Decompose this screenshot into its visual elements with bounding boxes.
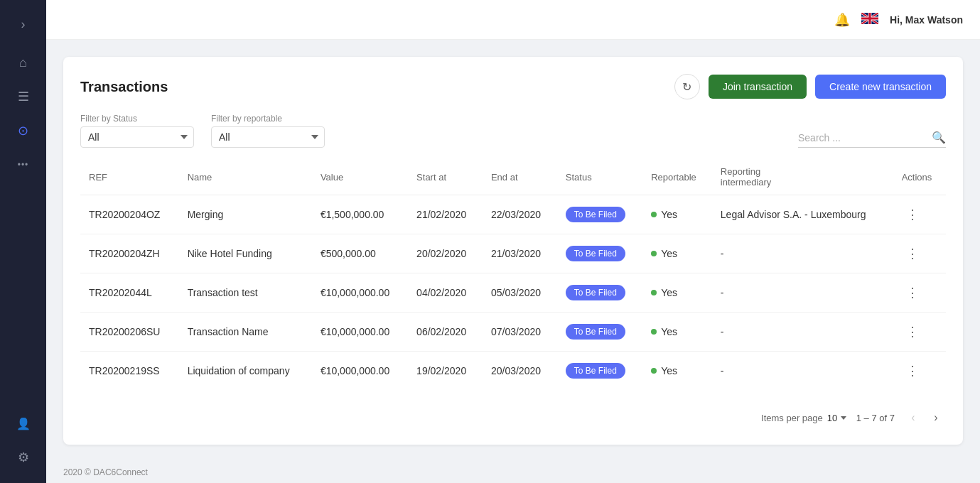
sidebar-item-documents[interactable]: ☰ xyxy=(9,82,38,111)
reportable-dot xyxy=(651,212,657,217)
cell-name: Transaction Name xyxy=(179,313,312,352)
table-row: TR20200219SS Liquidation of company €10,… xyxy=(80,352,946,391)
cell-ref: TR20200219SS xyxy=(80,352,179,391)
items-per-page-label: Items per page xyxy=(761,413,823,423)
cell-ref: TR20202044L xyxy=(80,273,179,313)
footer: 2020 © DAC6Connect xyxy=(46,462,980,483)
notification-icon[interactable]: 🔔 xyxy=(834,12,850,28)
table-row: TR20202044L Transaction test €10,000,000… xyxy=(80,273,946,313)
col-ref: REF xyxy=(80,159,179,195)
cell-ref: TR20200204ZH xyxy=(80,234,179,273)
pagination-row: Items per page 10 25 50 1 – 7 of 7 ‹ › xyxy=(80,396,946,428)
filters-row: Filter by Status All To Be Filed Filed F… xyxy=(80,114,946,148)
home-icon: ⌂ xyxy=(19,55,27,70)
cell-name: Merging xyxy=(179,195,312,234)
row-actions-button[interactable]: ⋮ xyxy=(902,322,923,341)
cell-status: To Be Filed xyxy=(557,273,642,313)
sidebar: › ⌂ ☰ ⊙ ••• 👤 ⚙ xyxy=(0,0,46,483)
reportable-value: Yes xyxy=(651,326,704,337)
table-header-row: REF Name Value Start at End at Status Re… xyxy=(80,159,946,195)
cell-start-at: 06/02/2020 xyxy=(408,313,483,352)
table-row: TR20200206SU Transaction Name €10,000,00… xyxy=(80,313,946,352)
language-flag[interactable] xyxy=(861,13,878,27)
filter-status-select[interactable]: All To Be Filed Filed xyxy=(80,126,194,148)
reportable-dot xyxy=(651,290,657,295)
cell-value: €10,000,000.00 xyxy=(312,273,408,313)
cell-start-at: 19/02/2020 xyxy=(408,352,483,391)
col-name: Name xyxy=(179,159,312,195)
transactions-icon: ⊙ xyxy=(18,123,28,139)
create-transaction-button[interactable]: Create new transaction xyxy=(815,75,946,99)
cell-reporting-intermediary: - xyxy=(712,352,893,391)
transactions-table: REF Name Value Start at End at Status Re… xyxy=(80,159,946,390)
status-badge: To Be Filed xyxy=(566,324,625,340)
cell-status: To Be Filed xyxy=(557,234,642,273)
cell-actions: ⋮ xyxy=(893,195,946,234)
page-content: Transactions ↻ Join transaction Create n… xyxy=(46,40,980,462)
cell-start-at: 20/02/2020 xyxy=(408,234,483,273)
join-transaction-button[interactable]: Join transaction xyxy=(709,75,807,99)
search-icon[interactable]: 🔍 xyxy=(932,131,946,144)
refresh-button[interactable]: ↻ xyxy=(674,74,700,99)
transactions-card: Transactions ↻ Join transaction Create n… xyxy=(63,57,963,445)
footer-text: 2020 © DAC6Connect xyxy=(63,467,148,477)
col-value: Value xyxy=(312,159,408,195)
cell-ref: TR20200206SU xyxy=(80,313,179,352)
cell-status: To Be Filed xyxy=(557,195,642,234)
reportable-dot xyxy=(651,368,657,374)
cell-actions: ⋮ xyxy=(893,352,946,391)
next-page-button[interactable]: › xyxy=(926,408,946,428)
filter-reportable-group: Filter by reportable All Yes No xyxy=(211,114,325,148)
topbar-username: Max Watson xyxy=(905,14,963,26)
settings-icon: ⚙ xyxy=(18,450,29,465)
topbar-greeting: Hi, Max Watson xyxy=(890,14,963,26)
table-row: TR20200204ZH Nike Hotel Funding €500,000… xyxy=(80,234,946,273)
search-input[interactable] xyxy=(798,132,926,143)
cell-end-at: 22/03/2020 xyxy=(483,195,557,234)
cell-reportable: Yes xyxy=(642,234,712,273)
cell-start-at: 04/02/2020 xyxy=(408,273,483,313)
status-badge: To Be Filed xyxy=(566,363,625,379)
pagination-info: 1 – 7 of 7 xyxy=(856,413,895,423)
cell-reportable: Yes xyxy=(642,195,712,234)
col-status: Status xyxy=(557,159,642,195)
cell-value: €10,000,000.00 xyxy=(312,313,408,352)
sidebar-item-more[interactable]: ••• xyxy=(9,151,38,179)
sidebar-item-transactions[interactable]: ⊙ xyxy=(9,116,38,145)
cell-reportable: Yes xyxy=(642,352,712,391)
row-actions-button[interactable]: ⋮ xyxy=(902,283,923,302)
table-row: TR20200204OZ Merging €1,500,000.00 21/02… xyxy=(80,195,946,234)
cell-status: To Be Filed xyxy=(557,352,642,391)
sidebar-toggle[interactable]: › xyxy=(11,11,36,37)
cell-value: €10,000,000.00 xyxy=(312,352,408,391)
reportable-value: Yes xyxy=(651,209,704,220)
documents-icon: ☰ xyxy=(18,89,29,104)
col-reportable: Reportable xyxy=(642,159,712,195)
pagination-nav: ‹ › xyxy=(903,408,946,428)
sidebar-item-settings[interactable]: ⚙ xyxy=(9,443,38,472)
prev-page-button[interactable]: ‹ xyxy=(903,408,923,428)
user-icon: 👤 xyxy=(16,417,31,430)
pagination-per-page: Items per page 10 25 50 xyxy=(761,413,848,423)
filter-status-label: Filter by Status xyxy=(80,114,194,124)
status-badge: To Be Filed xyxy=(566,207,625,222)
row-actions-button[interactable]: ⋮ xyxy=(902,244,923,263)
main-content: 🔔 Hi, Max Watson Transactions ↻ xyxy=(46,0,980,483)
sidebar-item-user[interactable]: 👤 xyxy=(9,409,38,438)
cell-end-at: 07/03/2020 xyxy=(483,313,557,352)
filter-status-group: Filter by Status All To Be Filed Filed xyxy=(80,114,194,148)
cell-reporting-intermediary: Legal Advisor S.A. - Luxembourg xyxy=(712,195,893,234)
cell-end-at: 21/03/2020 xyxy=(483,234,557,273)
cell-reportable: Yes xyxy=(642,273,712,313)
row-actions-button[interactable]: ⋮ xyxy=(902,205,923,224)
per-page-select[interactable]: 10 25 50 xyxy=(827,413,848,423)
card-actions: ↻ Join transaction Create new transactio… xyxy=(674,74,946,99)
filter-reportable-select[interactable]: All Yes No xyxy=(211,126,325,148)
cell-value: €1,500,000.00 xyxy=(312,195,408,234)
row-actions-button[interactable]: ⋮ xyxy=(902,362,923,380)
cell-reporting-intermediary: - xyxy=(712,234,893,273)
col-start-at: Start at xyxy=(408,159,483,195)
sidebar-item-home[interactable]: ⌂ xyxy=(9,48,38,77)
transactions-table-wrap: REF Name Value Start at End at Status Re… xyxy=(80,159,946,396)
more-icon: ••• xyxy=(18,160,29,170)
